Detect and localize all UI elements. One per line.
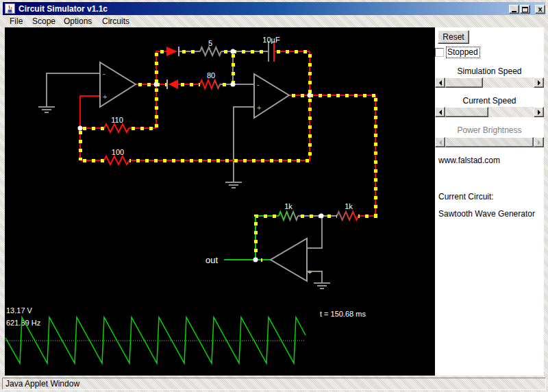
close-button[interactable]: x xyxy=(535,5,545,14)
power-right-arrow xyxy=(534,137,544,147)
label-cap: 10µF xyxy=(262,36,280,44)
scope-time: t = 150.68 ms xyxy=(320,310,366,318)
sim-speed-label: Simulation Speed xyxy=(435,66,544,76)
resistor-100[interactable] xyxy=(104,156,129,164)
green-wires[interactable] xyxy=(256,216,279,260)
minimize-icon xyxy=(512,11,516,12)
menu-scope[interactable]: Scope xyxy=(32,16,55,26)
opamp3-top-input-wire[interactable] xyxy=(307,217,322,248)
opamp1-minus-sign: - xyxy=(103,69,105,77)
sim-speed-left-arrow[interactable] xyxy=(435,77,445,88)
menu-circuits[interactable]: Circuits xyxy=(102,16,129,26)
label-r1k-right: 1k xyxy=(345,202,353,210)
current-circuit-label: Current Circuit: xyxy=(438,192,494,201)
sim-speed-scrollbar[interactable] xyxy=(435,77,544,88)
ground-3[interactable] xyxy=(314,283,330,289)
circuit-name: Sawtooth Wave Generator xyxy=(438,209,535,219)
menu-file[interactable]: File xyxy=(10,16,23,26)
label-out: out xyxy=(206,255,218,265)
diode-right[interactable] xyxy=(166,47,177,56)
resistor-110[interactable] xyxy=(104,124,129,132)
label-r1k-left: 1k xyxy=(284,202,292,210)
power-left-arrow xyxy=(435,137,445,147)
current-dots xyxy=(80,51,375,260)
reset-button[interactable]: Reset xyxy=(438,30,469,44)
resistor-5[interactable] xyxy=(200,47,221,56)
status-text: Java Applet Window xyxy=(2,378,546,390)
ground-1[interactable] xyxy=(38,107,55,112)
opamp3[interactable] xyxy=(271,238,307,281)
resistor-80[interactable] xyxy=(200,80,220,88)
menu-options[interactable]: Options xyxy=(64,16,92,26)
stopped-label[interactable]: Stopped xyxy=(446,47,480,58)
sim-speed-thumb[interactable] xyxy=(445,77,483,88)
window-frame: Circuit Simulator v1.1c x File Scope Opt… xyxy=(0,0,548,392)
label-r110: 110 xyxy=(111,116,123,124)
diode-left[interactable] xyxy=(169,79,178,89)
left-arrow-icon xyxy=(439,80,442,86)
label-r100: 100 xyxy=(112,148,124,156)
left-arrow-icon xyxy=(439,110,442,115)
opamp1-minus-wire[interactable] xyxy=(47,73,100,106)
java-app-icon xyxy=(5,3,15,14)
right-arrow-icon xyxy=(538,80,540,86)
stopped-checkbox[interactable] xyxy=(435,48,444,57)
minimize-button[interactable] xyxy=(509,5,519,14)
control-panel: Reset Stopped Simulation Speed Current S… xyxy=(435,27,544,376)
cur-speed-scrollbar[interactable] xyxy=(435,107,544,117)
opamp2-minus-sign: - xyxy=(257,80,260,88)
opamp2-plus-sign: + xyxy=(257,103,261,112)
maximize-button[interactable] xyxy=(520,5,530,14)
cur-speed-right-arrow[interactable] xyxy=(534,107,544,117)
cur-speed-label: Current Speed xyxy=(435,96,544,106)
title-bar[interactable]: Circuit Simulator v1.1c x xyxy=(3,2,545,15)
resistor-1k-left[interactable] xyxy=(279,212,298,220)
right-arrow-icon xyxy=(538,140,540,145)
menu-bar: File Scope Options Circuits xyxy=(3,15,545,27)
maximize-icon xyxy=(522,7,528,12)
left-arrow-icon xyxy=(439,140,442,145)
circuit-canvas[interactable]: - + - + + 5 10µF xyxy=(5,27,435,376)
opamp3-plus-sign: + xyxy=(308,268,312,276)
power-thumb xyxy=(445,137,534,147)
power-brightness-label: Power Brightness xyxy=(435,125,544,135)
site-link[interactable]: www.falstad.com xyxy=(438,156,500,165)
opamp1-plus-wire[interactable] xyxy=(80,96,100,128)
resistor-1k-right[interactable] xyxy=(337,212,358,220)
right-arrow-icon xyxy=(538,110,540,115)
cur-speed-thumb[interactable] xyxy=(445,107,488,117)
ground-2[interactable] xyxy=(225,182,242,188)
circuit-svg: - + - + + 5 10µF xyxy=(5,27,435,376)
sim-speed-right-arrow[interactable] xyxy=(534,77,544,88)
power-brightness-scrollbar xyxy=(435,137,544,147)
scope-voltage: 13.17 V xyxy=(6,306,33,315)
opamp1-plus-sign: + xyxy=(103,93,107,101)
status-bar: Java Applet Window xyxy=(0,376,548,392)
cur-speed-left-arrow[interactable] xyxy=(435,107,445,117)
window-title: Circuit Simulator v1.1c xyxy=(18,4,108,14)
label-r80: 80 xyxy=(207,71,215,79)
opamp2-plus-wire[interactable] xyxy=(234,107,254,182)
label-r5: 5 xyxy=(208,39,212,47)
hot-wires[interactable] xyxy=(80,51,375,216)
close-icon: x xyxy=(538,5,542,13)
